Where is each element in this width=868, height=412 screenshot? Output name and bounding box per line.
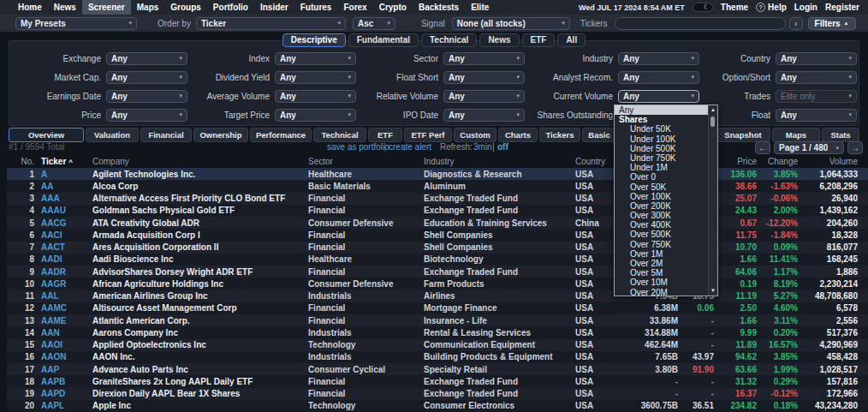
ticker-link[interactable]: AACI [34,230,86,240]
filter-select-dividend-yield[interactable]: Any▾ [275,71,356,84]
column-header-change[interactable]: Change [757,157,798,166]
dropdown-option-over-0[interactable]: Over 0 [615,172,709,182]
page-select[interactable]: Page 1 / 480▾ [774,141,844,154]
table-row[interactable]: 16AAONAAON Inc.IndustrialsBuilding Produ… [7,351,868,363]
column-header-volume[interactable]: Volume [798,157,861,166]
filter-select-market-cap[interactable]: Any▾ [106,71,187,84]
filter-select-average-volume[interactable]: Any▾ [275,90,356,103]
table-row[interactable]: 7AACTAres Acquisition Corporation IIFina… [7,242,868,254]
filter-select-analyst-recom[interactable]: Any▾ [618,71,699,84]
my-presets-select[interactable]: My Presets▾ [15,17,137,30]
theme-toggle[interactable]: ☾ [693,3,713,12]
table-row[interactable]: 13AAMEAtlantic American Corp.FinancialIn… [7,314,868,326]
filters-toggle-button[interactable]: Filters▲ [808,17,856,30]
table-row[interactable]: 19AAPDDirexion Daily AAPL Bear 1X Shares… [7,388,868,400]
table-row[interactable]: 4AAAUGoldman Sachs Physical Gold ETFFina… [7,205,868,217]
table-row[interactable]: 20AAPLApple IncTechnologyConsumer Electr… [7,400,868,412]
filter-select-float[interactable]: Any▾ [776,109,857,122]
dropdown-option-any-selected[interactable]: Any [615,105,709,115]
nav-item-backtests[interactable]: Backtests [413,0,465,15]
dropdown-option-under-1m[interactable]: Under 1M [615,163,709,172]
table-row[interactable]: 14AANAarons Company IncIndustrialsRental… [7,326,868,338]
dropdown-option-over-100k[interactable]: Over 100K [615,192,709,201]
expand-tickers-button[interactable]: › [789,17,803,30]
ticker-link[interactable]: AAON [34,352,86,361]
nav-item-news[interactable]: News [48,0,82,15]
filter-tab-all[interactable]: All [557,33,586,47]
ticker-link[interactable]: AAGR [34,279,86,289]
next-page-button[interactable]: → [847,141,863,154]
save-as-portfolio-link[interactable]: save as portfolio [327,140,389,154]
dropdown-option-over-750k[interactable]: Over 750K [615,240,709,249]
nav-item-groups[interactable]: Groups [164,0,207,15]
sort-direction-select[interactable]: Asc▾ [353,17,395,30]
dropdown-option-over-5m[interactable]: Over 5M [615,268,709,278]
ticker-link[interactable]: AAP [34,365,86,374]
dropdown-option-under-500k[interactable]: Under 500K [615,144,709,153]
filter-select-ipo-date[interactable]: Any▾ [443,109,525,122]
nav-item-home[interactable]: Home [12,0,48,15]
ticker-link[interactable]: AAA [34,194,86,203]
dropdown-option-over-500k[interactable]: Over 500K [615,230,709,239]
nav-item-insider[interactable]: Insider [254,0,294,15]
table-row[interactable]: 9AADRAdvisorShares Dorsey Wright ADR ETF… [7,266,868,278]
dropdown-option-over-50k[interactable]: Over 50K [615,182,709,192]
filter-select-sector[interactable]: Any▾ [443,52,525,65]
help-link[interactable]: ?Help [756,3,787,12]
table-row[interactable]: 12AAMCAltisource Asset Management CorpFi… [7,302,868,314]
theme-link[interactable]: Theme [721,3,748,12]
filter-select-relative-volume[interactable]: Any▾ [443,90,525,103]
table-row[interactable]: 6AACIArmada Acquisition Corp IFinancialS… [7,229,868,241]
tickers-input[interactable] [615,17,786,30]
table-row[interactable]: 17AAPAdvance Auto Parts IncConsumer Cycl… [7,363,868,375]
ticker-link[interactable]: AADR [34,267,86,277]
scroll-down-icon[interactable]: ▼ [709,287,717,295]
table-row[interactable]: 18AAPBGraniteShares 2x Long AAPL Daily E… [7,375,868,387]
ticker-link[interactable]: AADI [34,254,86,264]
ticker-link[interactable]: AAAU [34,206,86,215]
dropdown-scrollbar[interactable]: ▲ ▼ [708,105,717,296]
create-alert-link[interactable]: create alert [389,140,431,154]
filter-select-exchange[interactable]: Any▾ [106,52,187,65]
table-row[interactable]: 10AAGRAfrican Agriculture Holdings IncCo… [7,278,868,290]
filter-tab-news[interactable]: News [479,33,519,47]
nav-item-crypto[interactable]: Crypto [373,0,413,15]
table-row[interactable]: 2AAAlcoa CorpBasic MaterialsAluminumUSA3… [7,180,868,192]
column-header-price[interactable]: Price [714,157,757,166]
filter-tab-fundamental[interactable]: Fundamental [348,33,419,47]
scroll-up-icon[interactable]: ▲ [709,106,717,114]
register-link[interactable]: Register [825,3,859,12]
ticker-link[interactable]: AAPL [34,401,86,410]
filter-tab-technical[interactable]: Technical [421,33,477,47]
nav-item-portfolio[interactable]: Portfolio [207,0,254,15]
ticker-link[interactable]: A [34,170,86,179]
column-header-sector[interactable]: Sector [301,157,417,166]
filter-tab-descriptive[interactable]: Descriptive [282,33,346,47]
column-header-company[interactable]: Company [86,157,301,166]
dropdown-option-over-200k[interactable]: Over 200K [615,201,709,211]
nav-item-maps[interactable]: Maps [131,0,165,15]
ticker-link[interactable]: AACG [34,218,86,228]
refresh-off-link[interactable]: off [497,140,508,154]
prev-page-button[interactable]: ← [755,141,770,154]
column-header-no[interactable]: No. [7,157,34,166]
nav-item-screener[interactable]: Screener [82,0,131,15]
filter-select-option-short[interactable]: Any▾ [776,71,857,84]
dropdown-option-over-400k[interactable]: Over 400K [615,220,709,230]
column-header-ticker[interactable]: Ticker^ [34,157,86,166]
dropdown-option-over-2m[interactable]: Over 2M [615,259,709,268]
table-row[interactable]: 11AALAmerican Airlines Group IncIndustri… [7,290,868,302]
scrollbar-thumb[interactable] [710,116,715,127]
refresh-interval-link[interactable]: 3min [473,140,492,154]
filter-select-country[interactable]: Any▾ [776,52,857,65]
filter-select-trades[interactable]: Elite only▾ [776,90,857,103]
ticker-link[interactable]: AAN [34,328,86,337]
login-link[interactable]: Login [794,3,817,12]
dropdown-option-over-10m[interactable]: Over 10M [615,278,709,287]
nav-item-futures[interactable]: Futures [294,0,338,15]
filter-select-price[interactable]: Any▾ [106,109,187,122]
ticker-link[interactable]: AAMC [34,303,86,313]
column-header-industry[interactable]: Industry [417,157,568,166]
table-row[interactable]: 15AAOIApplied Optoelectronics IncTechnol… [7,339,868,351]
ticker-link[interactable]: AA [34,182,86,191]
